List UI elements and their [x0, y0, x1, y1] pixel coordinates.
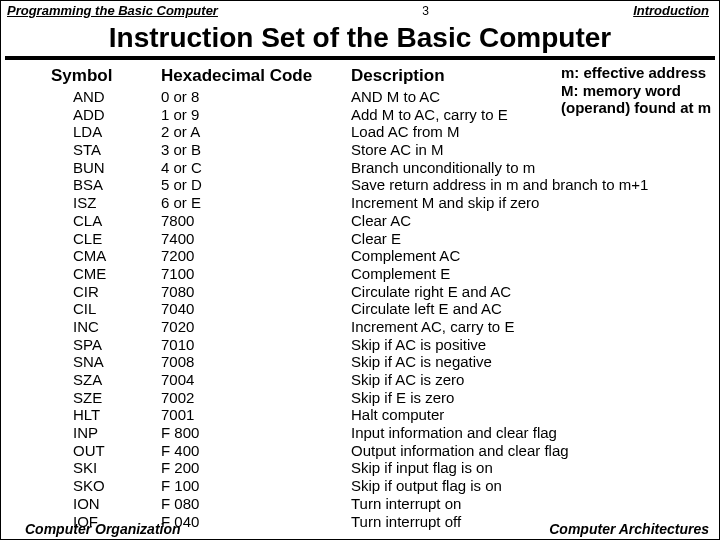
cell-desc: Increment AC, carry to E	[351, 318, 713, 336]
table-row: HLT7001Halt computer	[51, 406, 713, 424]
top-bar: Programming the Basic Computer 3 Introdu…	[1, 1, 719, 18]
top-right: Introduction	[633, 3, 709, 18]
cell-symbol: LDA	[51, 123, 161, 141]
cell-hex: 7040	[161, 300, 351, 318]
legend-line: M: memory word	[561, 82, 711, 100]
table-row: SPA7010Skip if AC is positive	[51, 336, 713, 354]
cell-hex: 7800	[161, 212, 351, 230]
cell-hex: 6 or E	[161, 194, 351, 212]
table-row: LDA2 or ALoad AC from M	[51, 123, 713, 141]
cell-symbol: HLT	[51, 406, 161, 424]
cell-symbol: CLA	[51, 212, 161, 230]
cell-symbol: ION	[51, 495, 161, 513]
table-row: BUN4 or CBranch unconditionally to m	[51, 159, 713, 177]
cell-hex: 7400	[161, 230, 351, 248]
table-row: ISZ6 or EIncrement M and skip if zero	[51, 194, 713, 212]
table-row: BSA5 or DSave return address in m and br…	[51, 176, 713, 194]
cell-symbol: AND	[51, 88, 161, 106]
table-row: SKIF 200Skip if input flag is on	[51, 459, 713, 477]
cell-hex: 2 or A	[161, 123, 351, 141]
cell-hex: 7020	[161, 318, 351, 336]
cell-hex: 7001	[161, 406, 351, 424]
cell-symbol: SNA	[51, 353, 161, 371]
cell-desc: Turn interrupt on	[351, 495, 713, 513]
cell-symbol: ISZ	[51, 194, 161, 212]
cell-desc: Skip if AC is positive	[351, 336, 713, 354]
top-left: Programming the Basic Computer	[7, 3, 218, 18]
cell-desc: Save return address in m and branch to m…	[351, 176, 713, 194]
cell-hex: 7010	[161, 336, 351, 354]
cell-symbol: BUN	[51, 159, 161, 177]
cell-hex: 7080	[161, 283, 351, 301]
table-row: CIL7040Circulate left E and AC	[51, 300, 713, 318]
cell-desc: Complement E	[351, 265, 713, 283]
table-row: CLA7800Clear AC	[51, 212, 713, 230]
cell-hex: F 400	[161, 442, 351, 460]
cell-desc: Increment M and skip if zero	[351, 194, 713, 212]
cell-symbol: CLE	[51, 230, 161, 248]
table-row: SZA7004Skip if AC is zero	[51, 371, 713, 389]
cell-hex: 7004	[161, 371, 351, 389]
cell-hex: F 080	[161, 495, 351, 513]
cell-symbol: SKO	[51, 477, 161, 495]
cell-desc: Skip if input flag is on	[351, 459, 713, 477]
table-row: CME7100Complement E	[51, 265, 713, 283]
cell-symbol: CIR	[51, 283, 161, 301]
cell-symbol: CME	[51, 265, 161, 283]
cell-desc: Output information and clear flag	[351, 442, 713, 460]
header-hex: Hexadecimal Code	[161, 66, 351, 86]
header-symbol: Symbol	[51, 66, 161, 86]
table-row: SNA7008Skip if AC is negative	[51, 353, 713, 371]
legend-line: (operand) found at m	[561, 99, 711, 117]
cell-desc: Circulate right E and AC	[351, 283, 713, 301]
cell-desc: Skip if E is zero	[351, 389, 713, 407]
cell-symbol: INC	[51, 318, 161, 336]
cell-hex: 3 or B	[161, 141, 351, 159]
cell-symbol: OUT	[51, 442, 161, 460]
cell-hex: 7100	[161, 265, 351, 283]
cell-hex: F 200	[161, 459, 351, 477]
cell-symbol: SKI	[51, 459, 161, 477]
cell-hex: 7002	[161, 389, 351, 407]
cell-symbol: SPA	[51, 336, 161, 354]
cell-symbol: ADD	[51, 106, 161, 124]
cell-hex: 0 or 8	[161, 88, 351, 106]
cell-symbol: INP	[51, 424, 161, 442]
cell-desc: Skip if output flag is on	[351, 477, 713, 495]
cell-desc: Input information and clear flag	[351, 424, 713, 442]
cell-symbol: CIL	[51, 300, 161, 318]
cell-desc: Circulate left E and AC	[351, 300, 713, 318]
cell-symbol: SZA	[51, 371, 161, 389]
cell-hex: F 100	[161, 477, 351, 495]
legend-box: m: effective address M: memory word (ope…	[559, 64, 713, 117]
cell-hex: 5 or D	[161, 176, 351, 194]
page-number: 3	[422, 4, 429, 18]
cell-desc: Load AC from M	[351, 123, 713, 141]
page-title: Instruction Set of the Basic Computer	[5, 18, 715, 60]
legend-line: m: effective address	[561, 64, 711, 82]
cell-desc: Halt computer	[351, 406, 713, 424]
table-row: CMA7200Complement AC	[51, 247, 713, 265]
footer-right: Computer Architectures	[549, 521, 709, 537]
cell-hex: 7008	[161, 353, 351, 371]
cell-hex: 1 or 9	[161, 106, 351, 124]
cell-symbol: STA	[51, 141, 161, 159]
table-row: IONF 080Turn interrupt on	[51, 495, 713, 513]
table-row: CLE7400Clear E	[51, 230, 713, 248]
cell-desc: Skip if AC is negative	[351, 353, 713, 371]
cell-symbol: CMA	[51, 247, 161, 265]
cell-symbol: BSA	[51, 176, 161, 194]
table-row: INPF 800Input information and clear flag	[51, 424, 713, 442]
table-row: CIR7080Circulate right E and AC	[51, 283, 713, 301]
cell-desc: Clear AC	[351, 212, 713, 230]
table-row: SKOF 100Skip if output flag is on	[51, 477, 713, 495]
cell-symbol: SZE	[51, 389, 161, 407]
cell-desc: Store AC in M	[351, 141, 713, 159]
cell-desc: Clear E	[351, 230, 713, 248]
cell-hex: F 800	[161, 424, 351, 442]
table-row: STA3 or BStore AC in M	[51, 141, 713, 159]
footer-left: Computer Organization	[25, 521, 181, 537]
cell-hex: 7200	[161, 247, 351, 265]
cell-hex: 4 or C	[161, 159, 351, 177]
cell-desc: Branch unconditionally to m	[351, 159, 713, 177]
